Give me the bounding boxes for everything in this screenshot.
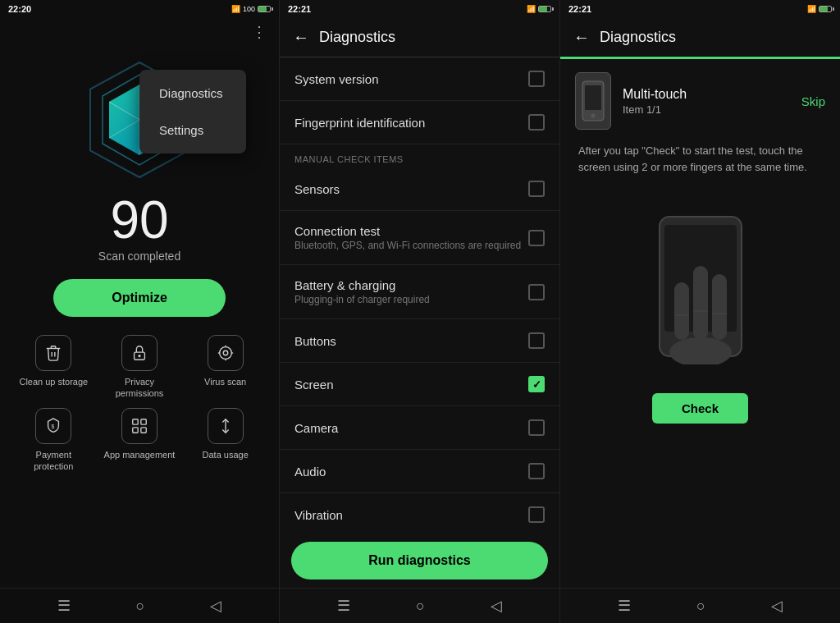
context-menu: Diagnostics Settings — [139, 70, 246, 153]
nav-menu-3[interactable]: ☰ — [618, 597, 631, 615]
diagnostics-title: Diagnostics — [319, 29, 395, 46]
svg-rect-29 — [674, 282, 689, 340]
back-button-3[interactable]: ← — [573, 28, 590, 47]
test-name: Multi-touch — [623, 87, 790, 102]
diag-item-sensors[interactable]: Sensors — [280, 167, 559, 211]
section-label-manual: MANUAL CHECK ITEMS — [280, 144, 559, 167]
diag-item-connection[interactable]: Connection test Bluetooth, GPS, and Wi-F… — [280, 211, 559, 265]
action-data-usage[interactable]: Data usage — [186, 408, 264, 473]
privacy-label: Privacy permissions — [101, 376, 179, 400]
svg-text:$: $ — [52, 422, 55, 429]
checkbox-fingerprint[interactable] — [528, 114, 545, 131]
diag-item-fingerprint[interactable]: Fingerprint identification — [280, 101, 559, 144]
app-management-label: App management — [104, 449, 176, 460]
diag-item-battery[interactable]: Battery & charging Plugging-in of charge… — [280, 265, 559, 319]
action-clean-storage[interactable]: Clean up storage — [15, 335, 93, 400]
score-label: Scan completed — [98, 250, 180, 263]
svg-rect-19 — [141, 419, 146, 424]
diag-title-system: System version — [294, 72, 379, 86]
back-button-2[interactable]: ← — [293, 28, 309, 47]
diag-item-vibration[interactable]: Vibration — [280, 493, 559, 534]
battery-2 — [538, 6, 551, 12]
battery-1 — [258, 6, 271, 12]
nav-menu-1[interactable]: ☰ — [57, 597, 71, 615]
diag-item-screen[interactable]: Screen — [280, 363, 559, 406]
device-row: Multi-touch Item 1/1 Skip — [575, 72, 825, 130]
panel-multitouch: 22:21 📶 ← Diagnostics Multi-touch Item 1… — [559, 0, 840, 623]
status-icons-3: 📶 — [807, 5, 832, 13]
touch-illustration — [560, 204, 840, 369]
check-button[interactable]: Check — [652, 393, 748, 424]
status-bar-2: 22:21 📶 — [280, 0, 559, 18]
panel-main: 22:20 📶 100 ⋮ Diagnostics Settings — [0, 0, 279, 623]
action-payment[interactable]: $ Payment protection — [15, 408, 93, 473]
status-bar-3: 22:21 📶 — [560, 0, 840, 18]
diag-title-buttons: Buttons — [294, 334, 336, 348]
diag-item-buttons[interactable]: Buttons — [280, 319, 559, 363]
optimize-button[interactable]: Optimize — [53, 279, 226, 317]
diag-item-system-version[interactable]: System version — [280, 57, 559, 101]
checkbox-battery[interactable] — [528, 284, 545, 300]
nav-back-3[interactable]: ◁ — [771, 597, 783, 615]
nav-home-3[interactable]: ○ — [696, 598, 705, 615]
status-icons-1: 📶 100 — [231, 5, 271, 13]
payment-label: Payment protection — [15, 449, 93, 473]
action-privacy[interactable]: Privacy permissions — [101, 335, 179, 400]
diag-item-audio[interactable]: Audio — [280, 450, 559, 493]
diag-sub-battery: Plugging-in of charger required — [294, 294, 430, 305]
checkbox-sensors[interactable] — [528, 181, 545, 197]
svg-rect-20 — [133, 427, 138, 432]
diag-item-camera[interactable]: Camera — [280, 406, 559, 450]
diag-title-screen: Screen — [294, 378, 334, 392]
time-1: 22:20 — [8, 4, 31, 14]
svg-rect-21 — [141, 427, 146, 432]
device-thumbnail — [575, 72, 611, 130]
svg-point-25 — [591, 114, 596, 118]
diagnostics-header: ← Diagnostics — [280, 18, 559, 57]
svg-point-10 — [139, 355, 140, 357]
multitouch-hand-icon — [610, 208, 791, 364]
action-virus-scan[interactable]: Virus scan — [186, 335, 264, 400]
skip-button[interactable]: Skip — [801, 94, 825, 108]
checkbox-system[interactable] — [528, 71, 545, 87]
virus-scan-icon — [208, 335, 244, 371]
svg-rect-31 — [712, 274, 727, 340]
check-button-container: Check — [560, 393, 840, 424]
device-details: Multi-touch Item 1/1 — [623, 87, 790, 116]
diag-title-fingerprint: Fingerprint identification — [294, 116, 425, 130]
nav-bar-2: ☰ ○ ◁ — [280, 588, 559, 623]
nav-back-1[interactable]: ◁ — [210, 597, 221, 615]
menu-item-settings[interactable]: Settings — [139, 112, 246, 149]
run-diagnostics-button[interactable]: Run diagnostics — [291, 542, 548, 579]
top-bar-1: ⋮ — [0, 18, 279, 46]
nav-bar-3: ☰ ○ ◁ — [560, 588, 840, 623]
diag-title-audio: Audio — [294, 465, 326, 479]
nav-bar-1: ☰ ○ ◁ — [0, 588, 279, 623]
diag-title-sensors: Sensors — [294, 182, 340, 196]
menu-item-diagnostics[interactable]: Diagnostics — [139, 75, 246, 112]
checkbox-vibration[interactable] — [528, 506, 545, 523]
svg-rect-18 — [133, 419, 138, 424]
nav-back-2[interactable]: ◁ — [491, 597, 502, 615]
checkbox-audio[interactable] — [528, 463, 545, 479]
svg-rect-30 — [693, 266, 708, 340]
nav-menu-2[interactable]: ☰ — [337, 597, 350, 615]
nav-home-1[interactable]: ○ — [136, 598, 145, 615]
time-2: 22:21 — [288, 4, 311, 14]
nav-home-2[interactable]: ○ — [416, 598, 425, 615]
checkbox-connection[interactable] — [528, 230, 545, 246]
instruction-text: After you tap "Check" to start the test,… — [575, 143, 825, 175]
data-usage-label: Data usage — [203, 449, 249, 460]
checkbox-camera[interactable] — [528, 419, 545, 436]
action-app-management[interactable]: App management — [101, 408, 179, 473]
status-icons-2: 📶 — [527, 5, 551, 13]
multitouch-info: Multi-touch Item 1/1 Skip After you tap … — [560, 59, 840, 188]
svg-point-11 — [219, 347, 231, 360]
time-3: 22:21 — [568, 4, 591, 14]
payment-icon: $ — [35, 408, 71, 444]
status-bar-1: 22:20 📶 100 — [0, 0, 279, 18]
checkbox-buttons[interactable] — [528, 332, 545, 349]
more-options-button[interactable]: ⋮ — [252, 23, 267, 41]
panel-diagnostics: 22:21 📶 ← Diagnostics System version Fin… — [279, 0, 559, 623]
checkbox-screen[interactable] — [528, 376, 545, 392]
